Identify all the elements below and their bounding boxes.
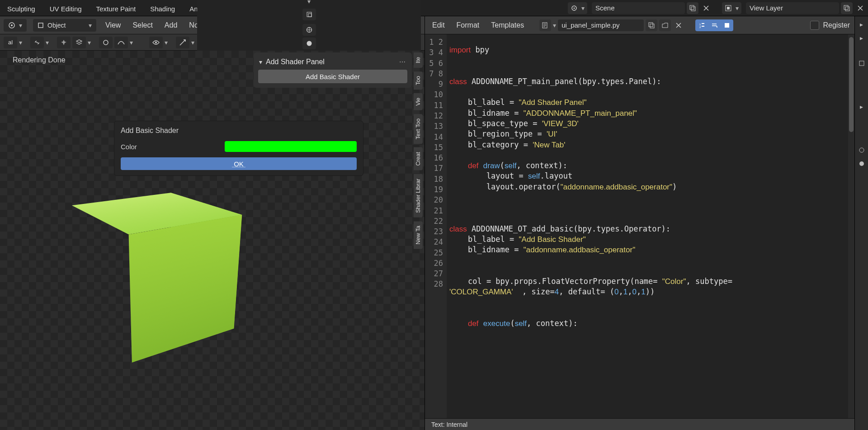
prop-world-icon[interactable]: [856, 145, 867, 156]
operator-popup: Add Basic Shader Color OK: [114, 121, 363, 176]
workspace-tab-shading[interactable]: Shading: [143, 2, 182, 16]
add-shader-panel-title: Add Shader Panel: [266, 58, 325, 66]
n-panel-tab[interactable]: New Ta: [414, 221, 423, 249]
text-browse-dropdown[interactable]: [539, 19, 551, 31]
n-panel-tab[interactable]: Too: [414, 71, 423, 90]
viewlayer-name-input[interactable]: [746, 2, 839, 14]
falloff-icon[interactable]: [114, 37, 128, 48]
register-checkbox[interactable]: [810, 21, 819, 30]
text-editor-statusbar: Text: Internal: [425, 418, 854, 430]
prop-expand-top-icon[interactable]: ▸: [856, 19, 867, 30]
line-numbers-toggle[interactable]: 12: [695, 19, 708, 31]
add-basic-shader-button[interactable]: Add Basic Shader: [258, 70, 407, 83]
interaction-mode-dropdown[interactable]: Object ▾: [33, 19, 96, 32]
svg-rect-24: [649, 23, 653, 27]
overlays-circle-icon[interactable]: [99, 37, 113, 48]
viewlayer-browse-dropdown[interactable]: ▾: [722, 2, 741, 14]
menu-select[interactable]: Select: [130, 19, 155, 31]
register-label: Register: [823, 21, 850, 29]
svg-point-18: [307, 41, 311, 46]
svg-rect-29: [702, 26, 704, 27]
svg-point-11: [104, 40, 108, 45]
node-editor-toolbar: al ▾ ▾ ▾ ▾ ▾ ▾: [0, 34, 425, 51]
menu-view[interactable]: View: [103, 19, 123, 31]
svg-rect-25: [650, 24, 654, 28]
panel-disclosure-icon[interactable]: ▾: [259, 58, 262, 66]
n-panel-tab[interactable]: Text Too: [414, 114, 423, 144]
shading-solid-icon[interactable]: [302, 38, 316, 49]
svg-rect-6: [844, 5, 848, 9]
shading-wireframe-icon[interactable]: [302, 24, 316, 36]
color-property-label: Color: [121, 143, 225, 151]
svg-rect-31: [859, 61, 864, 66]
n-panel-tab[interactable]: Ite: [414, 52, 423, 68]
mode-label: Object: [47, 22, 66, 29]
prop-tool-icon[interactable]: [856, 58, 867, 69]
gizmo-arrows-icon[interactable]: [176, 37, 189, 48]
svg-rect-2: [690, 5, 694, 9]
text-open-button[interactable]: [659, 19, 671, 31]
svg-rect-30: [725, 23, 729, 28]
svg-point-33: [859, 161, 864, 166]
editor-type-dropdown[interactable]: ▾: [4, 19, 27, 32]
render-status-text: Rendering Done: [13, 56, 66, 64]
svg-point-9: [11, 24, 13, 26]
workspace-tab-texture-paint[interactable]: Texture Paint: [89, 2, 143, 16]
scene-name-input[interactable]: [592, 2, 685, 14]
color-property-swatch[interactable]: [225, 141, 357, 152]
code-area[interactable]: 1 2 3 4 5 6 7 8 9 10 11 12 13 14 15 16 1…: [425, 34, 854, 418]
workspace-tab-sculpting[interactable]: Sculpting: [0, 2, 42, 16]
n-panel-tab[interactable]: Shader Librar: [414, 174, 423, 217]
word-wrap-toggle[interactable]: [708, 19, 721, 31]
svg-point-1: [574, 7, 575, 9]
text-menu-templates[interactable]: Templates: [488, 19, 527, 31]
text-unlink-button[interactable]: [673, 19, 684, 31]
svg-text:2: 2: [699, 26, 701, 28]
delete-viewlayer-button[interactable]: [854, 2, 866, 14]
viewport-3d[interactable]: Rendering Done ▾ Add Shader Panel ⋯ Add …: [0, 51, 425, 430]
workspace-tab-strip: SculptingUV EditingTexture PaintShadingA…: [0, 0, 868, 16]
svg-rect-5: [727, 7, 730, 9]
svg-rect-3: [691, 7, 695, 11]
new-scene-button[interactable]: [687, 2, 698, 14]
svg-rect-28: [702, 23, 704, 24]
svg-point-32: [859, 148, 864, 152]
text-editor-header: EditFormatTemplates ▾ 12 Register: [425, 16, 854, 34]
text-new-button[interactable]: [646, 19, 657, 31]
text-menu-format[interactable]: Format: [454, 19, 482, 31]
delete-scene-button[interactable]: [700, 2, 712, 14]
visibility-eye-icon[interactable]: [149, 37, 163, 48]
svg-rect-15: [307, 12, 311, 17]
scene-browse-dropdown[interactable]: ▾: [568, 2, 587, 14]
pin-icon[interactable]: [57, 37, 71, 48]
properties-tab-strip: ▸ ▸ ▸: [854, 16, 868, 430]
prop-material-icon[interactable]: [856, 158, 867, 169]
operator-popup-title: Add Basic Shader: [121, 127, 357, 135]
syntax-highlight-toggle[interactable]: [721, 19, 733, 31]
n-panel-tab[interactable]: Creat: [414, 147, 423, 170]
svg-rect-16: [308, 14, 311, 17]
svg-point-12: [155, 42, 157, 43]
text-display-toggle-group: 12: [695, 19, 733, 31]
prop-expand-icon[interactable]: ▸: [856, 33, 867, 43]
layers-icon[interactable]: [72, 37, 86, 48]
code-scrollbar[interactable]: [848, 34, 854, 418]
text-editor-area: EditFormatTemplates ▾ 12 Register: [425, 16, 854, 430]
snap-dropdown[interactable]: al: [4, 37, 17, 48]
link-icon[interactable]: [30, 37, 44, 48]
operator-ok-button[interactable]: OK: [121, 157, 357, 170]
workspace-tab-uv-editing[interactable]: UV Editing: [42, 2, 89, 16]
text-filename-input[interactable]: [558, 19, 644, 31]
svg-rect-10: [38, 23, 43, 28]
menu-add[interactable]: Add: [162, 19, 180, 31]
xray-toggle-icon[interactable]: [302, 9, 316, 20]
n-panel-tab[interactable]: Vie: [414, 93, 423, 110]
rendered-cube: [72, 191, 244, 363]
panel-options-icon[interactable]: ⋯: [399, 58, 406, 66]
svg-rect-7: [845, 7, 849, 11]
main-area: ▾ Object ▾ ViewSelectAddNode ✓ Use Nodes…: [0, 16, 868, 430]
prop-expand-mid-icon[interactable]: ▸: [856, 101, 867, 112]
node-editor-area: ▾ Object ▾ ViewSelectAddNode ✓ Use Nodes…: [0, 16, 425, 430]
text-menu-edit[interactable]: Edit: [429, 19, 448, 31]
new-viewlayer-button[interactable]: [841, 2, 853, 14]
